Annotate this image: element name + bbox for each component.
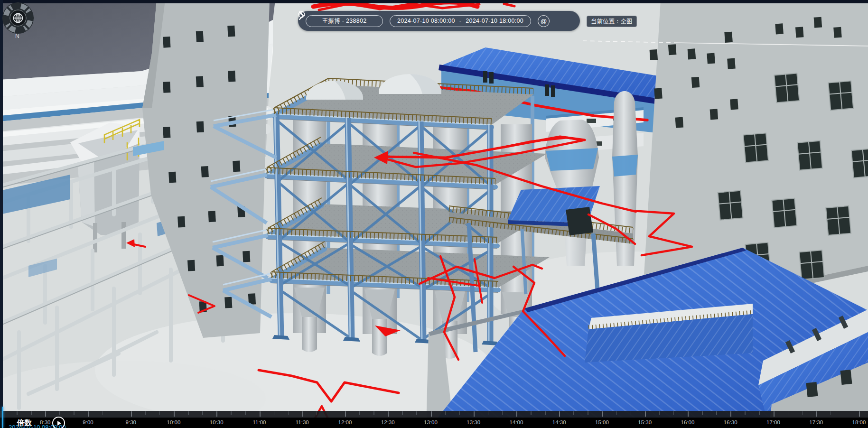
search-track-button[interactable]: @	[538, 15, 550, 27]
timeline-tick	[631, 411, 632, 415]
timeline-tick	[716, 411, 717, 415]
timeline-tick	[188, 411, 189, 415]
timeline-tick	[431, 411, 432, 417]
timeline-label: 15:00	[595, 419, 609, 425]
timeline-tick	[174, 411, 175, 417]
timeline-tick	[616, 411, 617, 415]
north-compass[interactable]: N	[0, 0, 36, 41]
timeline-label: 12:00	[338, 419, 352, 425]
timeline-ticks[interactable]	[0, 411, 868, 418]
viewport-top-edge	[0, 0, 868, 3]
timeline-label: 16:30	[724, 419, 737, 425]
timeline-tick	[645, 411, 646, 417]
location-badge-text: 当前位置：全图	[591, 18, 633, 26]
location-badge: 当前位置：全图	[587, 16, 637, 27]
timeline-tick	[745, 411, 746, 415]
tracking-toolbar: 王振博 - 238802 2024-07-10 08:00:00 - 2024-…	[298, 11, 580, 31]
play-icon	[57, 421, 61, 426]
chevron-right-icon	[298, 11, 304, 20]
timeline-tick	[445, 411, 446, 415]
timeline-tick	[288, 411, 289, 415]
timeline-tick	[145, 411, 146, 415]
timeline-labels[interactable]: 8:309:009:3010:0010:3011:0011:3012:0012:…	[0, 418, 868, 428]
timeline-tick	[602, 411, 603, 417]
timeline-label: 14:30	[552, 419, 566, 425]
timeline-label: 11:30	[296, 419, 309, 425]
timeline-tick	[759, 411, 760, 415]
timeline-tick	[216, 411, 217, 417]
compass-north-label: N	[15, 33, 19, 39]
timeline-tick	[659, 411, 660, 415]
range-start: 2024-07-10 08:00:00	[397, 18, 455, 24]
timeline-tick	[559, 411, 560, 417]
timeline-tick	[245, 411, 246, 415]
timeline-label: 13:30	[467, 419, 480, 425]
timeline-label: 12:30	[381, 419, 395, 425]
timeline-tick	[416, 411, 417, 415]
timeline-label: 9:00	[83, 419, 93, 425]
range-separator: -	[459, 18, 461, 24]
playback-speed-label: 倍数	[17, 418, 32, 428]
timeline-label: 14:00	[510, 419, 523, 425]
timeline-tick	[459, 411, 460, 415]
timeline-tick	[588, 411, 588, 415]
timeline-tick	[88, 411, 89, 417]
globe-icon	[14, 14, 23, 23]
timeline-tick	[859, 411, 860, 417]
timeline-label: 13:00	[424, 419, 438, 425]
app-viewport: N 王振博 - 238802 2024-07-10 08:00:00 - 202…	[0, 0, 868, 428]
timeline-tick	[373, 411, 374, 415]
timeline-tick	[302, 411, 303, 417]
timeline-tick	[45, 411, 46, 417]
timeline-tick	[74, 411, 75, 415]
timeline-tick	[673, 411, 674, 415]
timeline-tick	[516, 411, 517, 417]
timeline-tick	[788, 411, 789, 415]
viewport-left-edge	[0, 0, 3, 411]
range-end: 2024-07-10 18:00:00	[466, 18, 523, 24]
timeline-tick	[131, 411, 132, 417]
timeline-label: 10:00	[167, 419, 181, 425]
timeline-tick	[474, 411, 475, 417]
timeline-tick	[774, 411, 775, 417]
timeline-tick	[702, 411, 703, 415]
timeline-tick	[331, 411, 332, 415]
play-button[interactable]	[52, 417, 65, 428]
timeline-label: 17:00	[766, 419, 780, 425]
timeline-tick	[402, 411, 403, 415]
person-input[interactable]: 王振博 - 238802	[306, 15, 383, 27]
timeline-tick	[502, 411, 503, 415]
timeline-tick	[202, 411, 203, 415]
timeline-tick	[816, 411, 817, 417]
timeline-tick	[531, 411, 532, 415]
timeline-tick	[545, 411, 546, 415]
timeline-tick	[688, 411, 689, 417]
timeline-tick	[802, 411, 803, 415]
person-label: 王振博 - 238802	[322, 17, 367, 25]
timeline-label: 9:30	[126, 419, 136, 425]
timeline-tick	[31, 411, 32, 415]
timeline-tick	[831, 411, 831, 415]
timeline-tick	[359, 411, 360, 415]
timeline-tick	[159, 411, 160, 415]
timeline-tick	[17, 411, 18, 415]
scene-3d[interactable]	[0, 0, 868, 428]
timeline-tick	[573, 411, 574, 415]
timeline-label: 11:00	[253, 419, 266, 425]
timeline-tick	[730, 411, 731, 417]
timeline-label: 17:30	[809, 419, 823, 425]
timeline-playhead[interactable]	[2, 407, 3, 428]
timeline-tick	[260, 411, 261, 417]
timeline-tick	[388, 411, 389, 417]
equipment-box	[566, 207, 593, 235]
timeline-label: 16:00	[681, 419, 695, 425]
timeline-tick	[345, 411, 346, 417]
timeline-label: 10:30	[210, 419, 224, 425]
timeline-tick	[317, 411, 317, 415]
timeline-tick	[103, 411, 103, 415]
timeline-label: 18:00	[852, 419, 866, 425]
timeline-label: 15:30	[638, 419, 652, 425]
timeline-tick	[59, 411, 60, 415]
timeline-tick	[231, 411, 232, 415]
daterange-input[interactable]: 2024-07-10 08:00:00 - 2024-07-10 18:00:0…	[390, 15, 531, 27]
